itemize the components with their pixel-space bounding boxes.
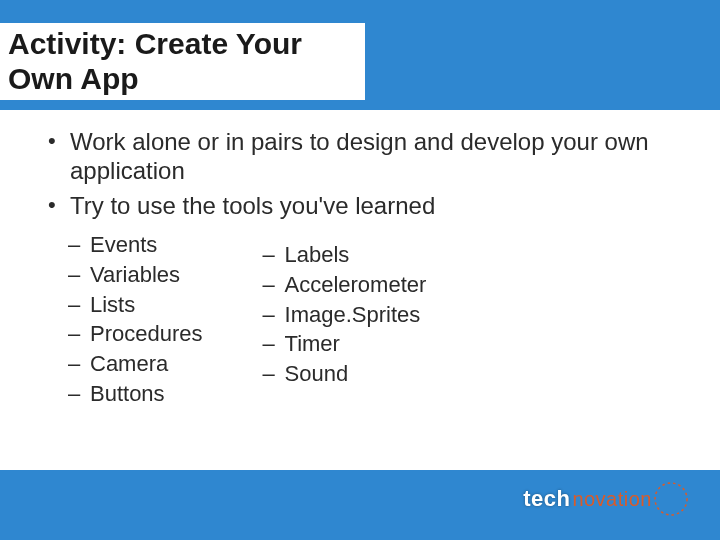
sub-item: Timer bbox=[263, 329, 427, 359]
sub-item: Sound bbox=[263, 359, 427, 389]
bullet-item: Try to use the tools you've learned bbox=[40, 192, 680, 221]
sub-item: Variables bbox=[68, 260, 203, 290]
sub-item: Labels bbox=[263, 240, 427, 270]
bullet-item: Work alone or in pairs to design and dev… bbox=[40, 128, 680, 186]
header-band: Activity: Create Your Own App bbox=[0, 0, 720, 110]
sub-item: Events bbox=[68, 230, 203, 260]
title-box: Activity: Create Your Own App bbox=[0, 23, 365, 100]
sub-item: Accelerometer bbox=[263, 270, 427, 300]
sub-item: Lists bbox=[68, 290, 203, 320]
sub-column-right: Labels Accelerometer Image.Sprites Timer… bbox=[263, 230, 427, 408]
main-bullets: Work alone or in pairs to design and dev… bbox=[40, 128, 680, 220]
logo-text-tech: tech bbox=[523, 486, 570, 512]
sub-item: Buttons bbox=[68, 379, 203, 409]
sub-columns: Events Variables Lists Procedures Camera… bbox=[40, 230, 680, 408]
sub-column-left: Events Variables Lists Procedures Camera… bbox=[68, 230, 203, 408]
sub-item: Procedures bbox=[68, 319, 203, 349]
slide-title: Activity: Create Your Own App bbox=[8, 27, 345, 96]
svg-point-0 bbox=[655, 483, 687, 515]
logo-dotted-circle-icon bbox=[650, 478, 692, 520]
slide-content: Work alone or in pairs to design and dev… bbox=[0, 110, 720, 409]
technovation-logo: tech novation bbox=[523, 478, 692, 520]
sub-item: Image.Sprites bbox=[263, 300, 427, 330]
sub-item: Camera bbox=[68, 349, 203, 379]
logo-text-novation: novation bbox=[572, 488, 652, 511]
